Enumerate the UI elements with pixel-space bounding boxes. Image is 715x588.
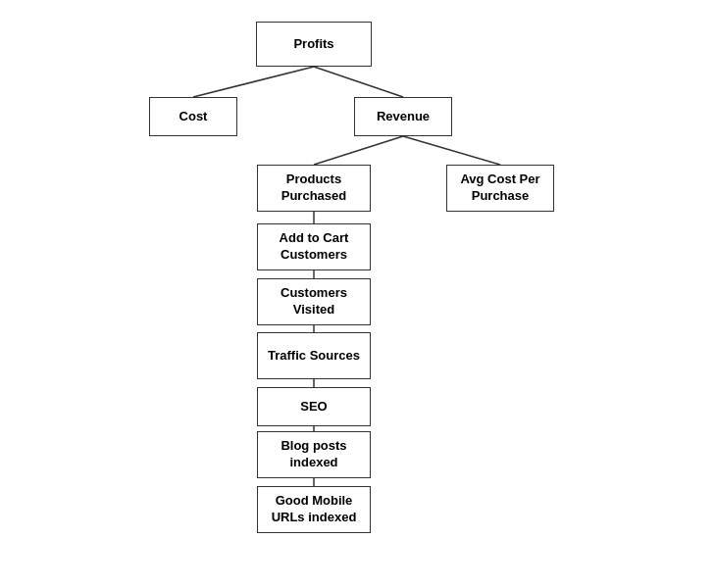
connector-line-2 bbox=[314, 136, 403, 165]
connector-line-0 bbox=[193, 67, 314, 97]
node-cost: Cost bbox=[149, 97, 237, 136]
diagram: ProfitsCostRevenueProductsPurchasedAvg C… bbox=[0, 0, 715, 588]
node-mobile_urls: Good MobileURLs indexed bbox=[257, 486, 371, 533]
node-add_to_cart: Add to CartCustomers bbox=[257, 223, 371, 270]
node-products_purchased: ProductsPurchased bbox=[257, 165, 371, 212]
node-revenue: Revenue bbox=[354, 97, 452, 136]
node-avg_cost: Avg Cost PerPurchase bbox=[446, 165, 554, 212]
node-seo: SEO bbox=[257, 387, 371, 426]
connector-line-3 bbox=[403, 136, 500, 165]
node-blog_posts: Blog postsindexed bbox=[257, 431, 371, 478]
node-profits: Profits bbox=[256, 22, 372, 67]
connector-line-1 bbox=[314, 67, 403, 97]
node-customers_visited: CustomersVisited bbox=[257, 278, 371, 325]
node-traffic_sources: Traffic Sources bbox=[257, 332, 371, 379]
